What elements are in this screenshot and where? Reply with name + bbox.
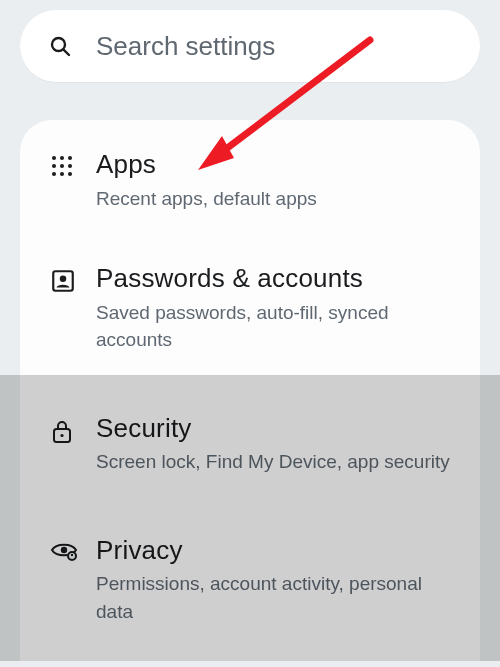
account-box-icon [50, 268, 96, 294]
item-subtitle: Saved passwords, auto-fill, synced accou… [96, 299, 450, 354]
svg-point-6 [60, 164, 64, 168]
svg-point-12 [60, 276, 67, 283]
settings-item-apps[interactable]: Apps Recent apps, default apps [20, 120, 480, 230]
svg-point-2 [52, 156, 56, 160]
overlay-bottom-strip [0, 661, 500, 667]
svg-point-3 [60, 156, 64, 160]
svg-point-10 [68, 172, 72, 176]
item-title: Passwords & accounts [96, 262, 450, 295]
svg-point-4 [68, 156, 72, 160]
svg-point-8 [52, 172, 56, 176]
svg-point-7 [68, 164, 72, 168]
apps-grid-icon [50, 154, 96, 178]
settings-item-passwords-accounts[interactable]: Passwords & accounts Saved passwords, au… [20, 230, 480, 380]
item-subtitle: Recent apps, default apps [96, 185, 450, 213]
svg-point-5 [52, 164, 56, 168]
search-icon [48, 34, 72, 58]
overlay-shade [0, 375, 500, 661]
svg-line-1 [64, 50, 69, 55]
search-placeholder: Search settings [96, 31, 275, 62]
search-bar[interactable]: Search settings [20, 10, 480, 82]
svg-point-9 [60, 172, 64, 176]
item-title: Apps [96, 148, 450, 181]
